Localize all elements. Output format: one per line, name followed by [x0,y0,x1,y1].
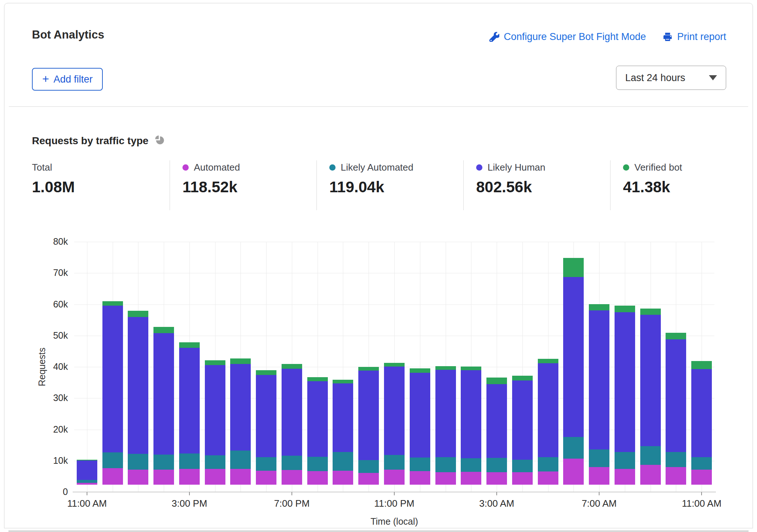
stacked-bar-2-00-pm[interactable] [153,234,174,485]
bar-segment-likely-automated[interactable] [563,437,584,459]
bar-segment-automated[interactable] [666,467,686,485]
bar-segment-likely-automated[interactable] [538,457,558,471]
stacked-bar-8-00-am[interactable] [615,234,635,485]
stacked-bar-11-00-pm[interactable] [384,234,405,485]
bar-segment-likely-human[interactable] [384,367,405,455]
bar-segment-verified-bot[interactable] [410,368,430,373]
stacked-bar-10-00-am[interactable] [666,234,686,485]
bar-segment-automated[interactable] [691,470,712,485]
bar-segment-verified-bot[interactable] [615,306,635,312]
bar-segment-verified-bot[interactable] [666,333,686,340]
bar-segment-likely-automated[interactable] [640,446,661,465]
bar-segment-verified-bot[interactable] [563,258,584,277]
stacked-bar-12-00-am[interactable] [410,234,430,485]
print-report-link[interactable]: Print report [663,31,726,43]
bar-segment-likely-human[interactable] [410,373,430,458]
bar-segment-likely-automated[interactable] [435,457,456,472]
bar-segment-automated[interactable] [615,469,635,485]
bar-segment-likely-human[interactable] [461,370,481,458]
bar-segment-likely-automated[interactable] [282,456,302,470]
bar-segment-verified-bot[interactable] [538,359,558,363]
bar-segment-likely-automated[interactable] [461,458,481,472]
stacked-bar-8-00-pm[interactable] [307,234,328,485]
bar-segment-likely-automated[interactable] [205,455,225,469]
bar-segment-verified-bot[interactable] [282,364,302,369]
stacked-bar-9-00-pm[interactable] [333,234,353,485]
bar-segment-likely-human[interactable] [512,380,533,460]
bar-segment-likely-automated[interactable] [256,457,276,471]
bar-segment-likely-automated[interactable] [410,458,430,471]
bar-segment-verified-bot[interactable] [333,380,353,383]
bar-segment-likely-automated[interactable] [589,449,609,467]
bar-segment-likely-automated[interactable] [333,452,353,471]
stacked-bar-2-00-am[interactable] [461,234,481,485]
bar-segment-likely-automated[interactable] [179,453,200,469]
bar-segment-automated[interactable] [640,465,661,485]
stacked-bar-6-00-pm[interactable] [256,234,276,485]
bar-segment-likely-human[interactable] [256,375,276,457]
bar-segment-automated[interactable] [205,469,225,485]
bar-segment-likely-automated[interactable] [230,451,251,469]
bar-segment-automated[interactable] [435,472,456,485]
bar-segment-likely-human[interactable] [691,369,712,457]
bar-segment-likely-human[interactable] [435,370,456,457]
bar-segment-automated[interactable] [333,471,353,485]
bar-segment-likely-human[interactable] [205,365,225,455]
bar-segment-likely-human[interactable] [333,383,353,452]
bar-segment-likely-human[interactable] [538,363,558,457]
stat-likely-human[interactable]: Likely Human 802.56k [476,162,608,196]
bar-segment-verified-bot[interactable] [589,304,609,310]
stacked-bar-10-00-pm[interactable] [358,234,379,485]
bar-segment-likely-automated[interactable] [77,480,97,483]
bar-segment-verified-bot[interactable] [435,366,456,370]
bar-segment-verified-bot[interactable] [640,309,661,315]
bar-segment-verified-bot[interactable] [384,363,405,367]
stacked-bar-7-00-pm[interactable] [282,234,302,485]
bar-segment-likely-human[interactable] [307,381,328,457]
bar-segment-likely-human[interactable] [282,369,302,456]
bar-segment-verified-bot[interactable] [153,327,174,333]
bar-segment-automated[interactable] [461,472,481,485]
bar-segment-likely-automated[interactable] [307,457,328,471]
bar-segment-automated[interactable] [77,483,97,485]
bar-segment-likely-human[interactable] [77,460,97,480]
bar-segment-automated[interactable] [153,470,174,485]
bar-segment-verified-bot[interactable] [691,361,712,369]
stacked-bar-4-00-pm[interactable] [205,234,225,485]
bar-segment-likely-automated[interactable] [691,457,712,470]
bar-segment-automated[interactable] [410,471,430,485]
time-range-select[interactable]: Last 24 hours [616,66,726,90]
bar-segment-likely-automated[interactable] [102,452,123,468]
bar-segment-automated[interactable] [589,467,609,485]
configure-super-bot-fight-mode-link[interactable]: Configure Super Bot Fight Mode [489,31,646,43]
bar-segment-verified-bot[interactable] [486,378,507,384]
bar-segment-verified-bot[interactable] [205,360,225,365]
bar-segment-automated[interactable] [563,459,584,485]
bar-segment-automated[interactable] [384,470,405,485]
stacked-bar-3-00-pm[interactable] [179,234,200,485]
bar-segment-likely-human[interactable] [358,371,379,460]
bar-segment-verified-bot[interactable] [512,376,533,380]
bar-segment-likely-automated[interactable] [128,454,148,470]
stacked-bar-12-00-pm[interactable] [102,234,123,485]
bar-segment-likely-automated[interactable] [358,460,379,473]
stacked-bar-5-00-am[interactable] [538,234,558,485]
stat-verified-bot[interactable]: Verified bot 41.38k [623,162,755,196]
bar-segment-automated[interactable] [230,469,251,485]
bar-segment-verified-bot[interactable] [307,377,328,381]
bar-segment-verified-bot[interactable] [179,342,200,348]
bar-segment-likely-human[interactable] [640,315,661,446]
bar-segment-likely-automated[interactable] [384,455,405,470]
bar-segment-likely-human[interactable] [615,312,635,452]
bar-segment-likely-automated[interactable] [153,455,174,470]
stacked-bar-11-00-am[interactable] [691,234,712,485]
add-filter-button[interactable]: + Add filter [32,68,103,91]
bar-segment-likely-automated[interactable] [615,452,635,469]
bar-segment-verified-bot[interactable] [461,367,481,370]
bar-segment-automated[interactable] [358,473,379,485]
stacked-bar-11-00-am[interactable] [77,234,97,485]
stat-total[interactable]: Total 1.08M [32,162,164,196]
bar-segment-verified-bot[interactable] [128,311,148,317]
bar-segment-likely-human[interactable] [589,310,609,449]
bar-segment-verified-bot[interactable] [358,367,379,371]
